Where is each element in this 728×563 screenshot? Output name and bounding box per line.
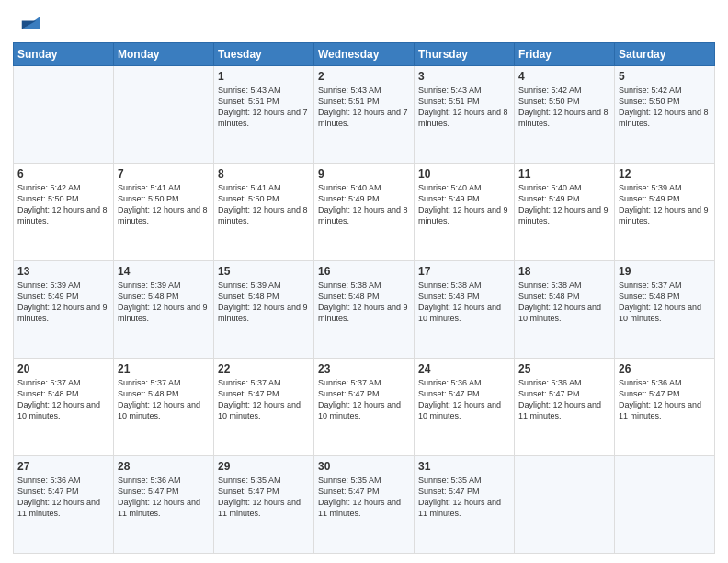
calendar-cell: 13Sunrise: 5:39 AM Sunset: 5:49 PM Dayli… (14, 261, 114, 359)
day-info: Sunrise: 5:38 AM Sunset: 5:48 PM Dayligh… (318, 280, 410, 325)
calendar-cell: 17Sunrise: 5:38 AM Sunset: 5:48 PM Dayli… (415, 261, 515, 359)
day-number: 28 (118, 460, 210, 473)
day-info: Sunrise: 5:37 AM Sunset: 5:48 PM Dayligh… (118, 377, 210, 422)
calendar: SundayMondayTuesdayWednesdayThursdayFrid… (13, 42, 715, 554)
calendar-week-5: 27Sunrise: 5:36 AM Sunset: 5:47 PM Dayli… (14, 456, 715, 554)
day-number: 10 (418, 167, 510, 180)
day-info: Sunrise: 5:43 AM Sunset: 5:51 PM Dayligh… (318, 85, 410, 130)
day-info: Sunrise: 5:36 AM Sunset: 5:47 PM Dayligh… (418, 377, 510, 422)
calendar-body: 1Sunrise: 5:43 AM Sunset: 5:51 PM Daylig… (14, 66, 715, 554)
calendar-cell: 2Sunrise: 5:43 AM Sunset: 5:51 PM Daylig… (314, 66, 415, 164)
calendar-cell: 11Sunrise: 5:40 AM Sunset: 5:49 PM Dayli… (515, 164, 615, 261)
day-number: 15 (218, 265, 310, 278)
weekday-header-saturday: Saturday (615, 43, 715, 66)
day-info: Sunrise: 5:35 AM Sunset: 5:47 PM Dayligh… (318, 475, 410, 520)
day-info: Sunrise: 5:37 AM Sunset: 5:48 PM Dayligh… (619, 280, 711, 325)
calendar-cell: 20Sunrise: 5:37 AM Sunset: 5:48 PM Dayli… (14, 359, 114, 456)
day-info: Sunrise: 5:36 AM Sunset: 5:47 PM Dayligh… (118, 475, 210, 520)
logo (13, 9, 40, 35)
calendar-cell: 31Sunrise: 5:35 AM Sunset: 5:47 PM Dayli… (415, 456, 515, 554)
calendar-cell: 6Sunrise: 5:42 AM Sunset: 5:50 PM Daylig… (14, 164, 114, 261)
day-number: 18 (518, 265, 610, 278)
day-number: 14 (118, 265, 210, 278)
day-number: 12 (619, 167, 711, 180)
calendar-week-2: 6Sunrise: 5:42 AM Sunset: 5:50 PM Daylig… (14, 164, 715, 261)
day-number: 2 (318, 70, 410, 83)
day-info: Sunrise: 5:43 AM Sunset: 5:51 PM Dayligh… (418, 85, 510, 130)
day-info: Sunrise: 5:39 AM Sunset: 5:48 PM Dayligh… (118, 280, 210, 325)
calendar-cell (114, 66, 214, 164)
day-info: Sunrise: 5:35 AM Sunset: 5:47 PM Dayligh… (218, 475, 310, 520)
calendar-cell: 8Sunrise: 5:41 AM Sunset: 5:50 PM Daylig… (214, 164, 314, 261)
day-number: 25 (518, 362, 610, 375)
day-number: 8 (218, 167, 310, 180)
day-number: 3 (418, 70, 510, 83)
day-info: Sunrise: 5:35 AM Sunset: 5:47 PM Dayligh… (418, 475, 510, 520)
calendar-cell: 16Sunrise: 5:38 AM Sunset: 5:48 PM Dayli… (314, 261, 415, 359)
day-info: Sunrise: 5:43 AM Sunset: 5:51 PM Dayligh… (218, 85, 310, 130)
day-info: Sunrise: 5:36 AM Sunset: 5:47 PM Dayligh… (619, 377, 711, 422)
calendar-cell: 4Sunrise: 5:42 AM Sunset: 5:50 PM Daylig… (515, 66, 615, 164)
day-info: Sunrise: 5:37 AM Sunset: 5:47 PM Dayligh… (218, 377, 310, 422)
header-row: SundayMondayTuesdayWednesdayThursdayFrid… (14, 43, 715, 66)
day-info: Sunrise: 5:38 AM Sunset: 5:48 PM Dayligh… (418, 280, 510, 325)
calendar-cell: 24Sunrise: 5:36 AM Sunset: 5:47 PM Dayli… (415, 359, 515, 456)
weekday-header-monday: Monday (114, 43, 214, 66)
day-info: Sunrise: 5:39 AM Sunset: 5:48 PM Dayligh… (218, 280, 310, 325)
calendar-cell: 18Sunrise: 5:38 AM Sunset: 5:48 PM Dayli… (515, 261, 615, 359)
day-info: Sunrise: 5:37 AM Sunset: 5:48 PM Dayligh… (17, 377, 109, 422)
day-info: Sunrise: 5:36 AM Sunset: 5:47 PM Dayligh… (518, 377, 610, 422)
calendar-cell: 30Sunrise: 5:35 AM Sunset: 5:47 PM Dayli… (314, 456, 415, 554)
day-number: 22 (218, 362, 310, 375)
day-number: 26 (619, 362, 711, 375)
day-number: 17 (418, 265, 510, 278)
calendar-week-4: 20Sunrise: 5:37 AM Sunset: 5:48 PM Dayli… (14, 359, 715, 456)
day-number: 31 (418, 460, 510, 473)
weekday-header-tuesday: Tuesday (214, 43, 314, 66)
day-number: 6 (17, 167, 109, 180)
calendar-cell: 25Sunrise: 5:36 AM Sunset: 5:47 PM Dayli… (515, 359, 615, 456)
calendar-cell: 27Sunrise: 5:36 AM Sunset: 5:47 PM Dayli… (14, 456, 114, 554)
calendar-cell: 5Sunrise: 5:42 AM Sunset: 5:50 PM Daylig… (615, 66, 715, 164)
calendar-cell: 12Sunrise: 5:39 AM Sunset: 5:49 PM Dayli… (615, 164, 715, 261)
day-info: Sunrise: 5:42 AM Sunset: 5:50 PM Dayligh… (17, 182, 109, 227)
day-number: 1 (218, 70, 310, 83)
calendar-cell: 9Sunrise: 5:40 AM Sunset: 5:49 PM Daylig… (314, 164, 415, 261)
day-number: 20 (17, 362, 109, 375)
day-info: Sunrise: 5:37 AM Sunset: 5:47 PM Dayligh… (318, 377, 410, 422)
day-info: Sunrise: 5:36 AM Sunset: 5:47 PM Dayligh… (17, 475, 109, 520)
calendar-cell: 21Sunrise: 5:37 AM Sunset: 5:48 PM Dayli… (114, 359, 214, 456)
day-info: Sunrise: 5:39 AM Sunset: 5:49 PM Dayligh… (619, 182, 711, 227)
header (13, 9, 715, 35)
day-number: 24 (418, 362, 510, 375)
weekday-header-sunday: Sunday (14, 43, 114, 66)
calendar-cell: 3Sunrise: 5:43 AM Sunset: 5:51 PM Daylig… (415, 66, 515, 164)
day-number: 19 (619, 265, 711, 278)
calendar-cell (615, 456, 715, 554)
calendar-header: SundayMondayTuesdayWednesdayThursdayFrid… (14, 43, 715, 66)
calendar-week-1: 1Sunrise: 5:43 AM Sunset: 5:51 PM Daylig… (14, 66, 715, 164)
day-number: 30 (318, 460, 410, 473)
day-info: Sunrise: 5:40 AM Sunset: 5:49 PM Dayligh… (518, 182, 610, 227)
calendar-cell: 10Sunrise: 5:40 AM Sunset: 5:49 PM Dayli… (415, 164, 515, 261)
calendar-cell: 26Sunrise: 5:36 AM Sunset: 5:47 PM Dayli… (615, 359, 715, 456)
calendar-cell: 22Sunrise: 5:37 AM Sunset: 5:47 PM Dayli… (214, 359, 314, 456)
weekday-header-thursday: Thursday (415, 43, 515, 66)
day-info: Sunrise: 5:41 AM Sunset: 5:50 PM Dayligh… (118, 182, 210, 227)
day-info: Sunrise: 5:42 AM Sunset: 5:50 PM Dayligh… (518, 85, 610, 130)
day-number: 11 (518, 167, 610, 180)
day-number: 4 (518, 70, 610, 83)
day-number: 29 (218, 460, 310, 473)
weekday-header-wednesday: Wednesday (314, 43, 415, 66)
calendar-cell: 1Sunrise: 5:43 AM Sunset: 5:51 PM Daylig… (214, 66, 314, 164)
day-info: Sunrise: 5:41 AM Sunset: 5:50 PM Dayligh… (218, 182, 310, 227)
day-number: 27 (17, 460, 109, 473)
calendar-cell: 19Sunrise: 5:37 AM Sunset: 5:48 PM Dayli… (615, 261, 715, 359)
day-number: 21 (118, 362, 210, 375)
calendar-cell: 29Sunrise: 5:35 AM Sunset: 5:47 PM Dayli… (214, 456, 314, 554)
day-info: Sunrise: 5:40 AM Sunset: 5:49 PM Dayligh… (318, 182, 410, 227)
calendar-cell: 23Sunrise: 5:37 AM Sunset: 5:47 PM Dayli… (314, 359, 415, 456)
day-number: 5 (619, 70, 711, 83)
day-number: 16 (318, 265, 410, 278)
calendar-cell: 28Sunrise: 5:36 AM Sunset: 5:47 PM Dayli… (114, 456, 214, 554)
